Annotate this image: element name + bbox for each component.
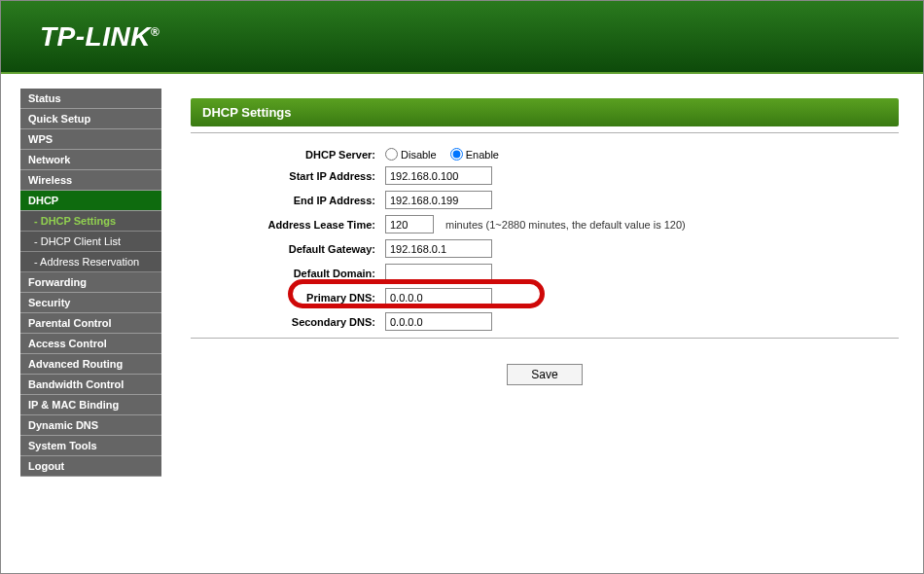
- sidebar: Status Quick Setup WPS Network Wireless …: [20, 89, 161, 573]
- dhcp-enable-radio[interactable]: [450, 148, 463, 161]
- end-ip-label: End IP Address:: [191, 195, 385, 206]
- save-button[interactable]: Save: [507, 364, 582, 385]
- start-ip-label: Start IP Address:: [191, 170, 385, 182]
- domain-row: Default Domain:: [191, 261, 899, 285]
- app-header: TP-LINK®: [1, 1, 923, 74]
- gateway-label: Default Gateway:: [191, 243, 385, 255]
- sidebar-item-logout[interactable]: Logout: [20, 456, 161, 477]
- sidebar-item-dhcp[interactable]: DHCP: [20, 191, 161, 211]
- dhcp-server-row: DHCP Server: Disable Enable: [191, 145, 899, 163]
- lease-time-hint: minutes (1~2880 minutes, the default val…: [445, 219, 686, 231]
- secondary-dns-label: Secondary DNS:: [191, 316, 385, 328]
- domain-label: Default Domain:: [191, 268, 385, 279]
- dhcp-enable-option[interactable]: Enable: [450, 148, 499, 161]
- domain-input[interactable]: [385, 264, 492, 282]
- save-row: Save: [191, 350, 899, 385]
- sidebar-item-network[interactable]: Network: [20, 150, 161, 170]
- brand-logo: TP-LINK®: [40, 21, 160, 53]
- end-ip-input[interactable]: [385, 191, 492, 209]
- sidebar-item-wps[interactable]: WPS: [20, 129, 161, 150]
- dhcp-server-field: Disable Enable: [385, 148, 499, 161]
- separator-bottom: [191, 338, 899, 339]
- body-wrap: Status Quick Setup WPS Network Wireless …: [1, 74, 923, 573]
- sidebar-item-system-tools[interactable]: System Tools: [20, 436, 161, 456]
- dhcp-disable-label: Disable: [401, 149, 437, 161]
- primary-dns-row: Primary DNS:: [191, 285, 899, 309]
- lease-time-label: Address Lease Time:: [191, 219, 385, 231]
- content-area: DHCP Settings DHCP Server: Disable Enabl…: [161, 89, 923, 573]
- dhcp-disable-radio[interactable]: [385, 148, 398, 161]
- primary-dns-label: Primary DNS:: [191, 292, 385, 304]
- secondary-dns-input[interactable]: [385, 312, 492, 331]
- separator-top: [191, 132, 899, 133]
- page-title: DHCP Settings: [191, 98, 899, 126]
- sidebar-item-quick-setup[interactable]: Quick Setup: [20, 109, 161, 129]
- gateway-row: Default Gateway:: [191, 236, 899, 261]
- lease-time-input[interactable]: [385, 215, 434, 233]
- start-ip-input[interactable]: [385, 166, 492, 185]
- sidebar-sub-dhcp-client-list[interactable]: - DHCP Client List: [20, 232, 161, 252]
- dhcp-server-label: DHCP Server:: [191, 149, 385, 161]
- lease-time-row: Address Lease Time: minutes (1~2880 minu…: [191, 212, 899, 236]
- sidebar-item-security[interactable]: Security: [20, 293, 161, 313]
- dhcp-disable-option[interactable]: Disable: [385, 148, 437, 161]
- start-ip-row: Start IP Address:: [191, 163, 899, 188]
- sidebar-item-status[interactable]: Status: [20, 89, 161, 109]
- sidebar-item-wireless[interactable]: Wireless: [20, 170, 161, 191]
- gateway-input[interactable]: [385, 239, 492, 258]
- sidebar-item-bandwidth-control[interactable]: Bandwidth Control: [20, 375, 161, 395]
- brand-text: TP-LINK: [40, 21, 151, 52]
- sidebar-item-ip-mac-binding[interactable]: IP & MAC Binding: [20, 395, 161, 415]
- sidebar-item-parental-control[interactable]: Parental Control: [20, 313, 161, 334]
- dhcp-enable-label: Enable: [466, 149, 499, 161]
- sidebar-sub-dhcp-settings[interactable]: - DHCP Settings: [20, 211, 161, 232]
- end-ip-row: End IP Address:: [191, 188, 899, 212]
- sidebar-item-dynamic-dns[interactable]: Dynamic DNS: [20, 415, 161, 436]
- sidebar-item-advanced-routing[interactable]: Advanced Routing: [20, 354, 161, 375]
- secondary-dns-row: Secondary DNS:: [191, 309, 899, 334]
- primary-dns-input[interactable]: [385, 288, 492, 306]
- sidebar-item-forwarding[interactable]: Forwarding: [20, 272, 161, 293]
- sidebar-item-access-control[interactable]: Access Control: [20, 334, 161, 354]
- sidebar-sub-address-reservation[interactable]: - Address Reservation: [20, 252, 161, 272]
